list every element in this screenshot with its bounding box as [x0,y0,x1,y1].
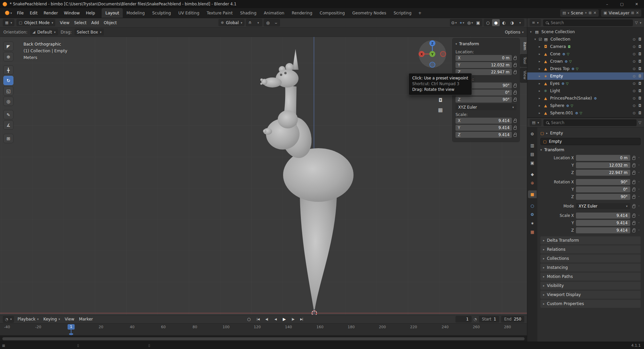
disable-render-icon[interactable]: ◘ [638,45,641,49]
timeline-menu-item[interactable]: View [62,316,76,323]
object-name[interactable]: Camera [550,44,566,49]
xray-toggle[interactable]: ▣ [474,19,482,26]
properties-tab[interactable]: ▦ [528,228,537,236]
collection-checkbox[interactable]: ☑ [539,37,542,42]
value-field[interactable]: 90° [576,179,630,185]
playback-button[interactable]: ◀| [263,316,271,323]
workspace-tab[interactable]: Texture Paint [203,8,236,18]
disable-render-icon[interactable]: ◘ [638,59,641,64]
transform-panel-header[interactable]: ▾ Transform [455,41,517,47]
lock-icon[interactable] [514,127,517,130]
tool-button[interactable]: ∡ [3,120,13,130]
animate-dot-icon[interactable]: · [637,213,641,218]
pin-icon[interactable]: ⌖ [585,11,587,15]
object-name[interactable]: Light [550,89,560,93]
value-field[interactable]: 9.414 [576,213,630,219]
object-name[interactable]: Collection [550,37,570,42]
new-view-layer-icon[interactable]: ⊞ [631,11,634,15]
object-name[interactable]: Sphere [550,103,564,108]
viewport-menu-item[interactable]: Add [89,19,101,26]
viewport-canvas[interactable]: Back Orthographic(1) Collection | EmptyM… [0,37,527,315]
disable-render-icon[interactable]: ◘ [638,37,641,42]
timeline-editor-type-button[interactable]: ◔ ▾ [3,316,14,323]
hide-eye-icon[interactable]: ⊙ [633,37,636,42]
workspace-tab[interactable]: Layout [102,8,123,18]
expand-icon[interactable]: ▾ [529,30,533,34]
playback-button[interactable]: ◀ [271,316,280,323]
expand-icon[interactable]: ▾ [533,38,537,41]
visibility-dropdown[interactable]: ⊙▾ [450,19,458,26]
scene-selector[interactable]: ▤ ▾ Scene ⌖ ⊞ ✕ [560,9,599,17]
filter-icon[interactable]: ▽ [635,20,638,25]
object-name[interactable]: Scene Collection [541,30,575,34]
search-input[interactable] [551,20,630,25]
auto-keying-toggle[interactable]: ○ [245,316,253,323]
animate-dot-icon[interactable]: · [637,180,641,184]
expand-icon[interactable]: ▸ [537,67,542,70]
collapsed-section[interactable]: ▸ Instancing [540,264,641,272]
expand-icon[interactable]: ▸ [537,52,542,56]
expand-icon[interactable]: ▸ [537,89,542,93]
outliner-row[interactable]: ▸ ∗ Empty ⊙ ◘ [527,72,644,80]
properties-tab[interactable]: ■ [528,190,537,198]
disable-render-icon[interactable]: ◘ [638,89,641,93]
menu-item[interactable]: Edit [27,9,40,17]
toggle-ortho-icon[interactable]: ▦ [438,107,443,113]
outliner-row[interactable]: ▸ ◘ Camera ◘ ⊙ ◘ [527,43,644,50]
tool-button[interactable]: ✎ [3,110,13,119]
disable-render-icon[interactable]: ◘ [638,52,641,56]
rotation-value-field[interactable]: Z90° [455,97,512,103]
new-scene-icon[interactable]: ⊞ [589,11,592,15]
collapsed-section[interactable]: ▸ Collections [540,254,641,263]
workspace-tab[interactable]: Animation [260,8,288,18]
tool-button[interactable]: ↻ [3,76,13,85]
workspace-tab[interactable]: Rendering [288,8,316,18]
lock-icon[interactable] [514,92,517,95]
viewport-menu-item[interactable]: Select [72,19,89,26]
lock-icon[interactable] [632,206,635,208]
outliner-row[interactable]: ▸ ▲ Eyes ⚙ ▽ ⊙ ◘ [527,80,644,87]
timeline-menu-item[interactable]: Marker [77,316,95,323]
scale-value-field[interactable]: Z9.414 [455,132,512,138]
expand-icon[interactable]: ▸ [537,104,542,107]
tool-button[interactable]: ╋ [3,65,13,75]
hide-eye-icon[interactable]: ⊙ [633,45,636,49]
hide-eye-icon[interactable]: ⊙ [633,74,636,78]
close-button[interactable]: ✕ [629,0,644,8]
outliner-row[interactable]: ▸ ☼ Light ⊙ ◘ [527,87,644,95]
expand-icon[interactable]: ▸ [537,82,542,85]
animate-dot-icon[interactable]: · [637,187,641,192]
collapsed-section[interactable]: ▸ Visibility [540,282,641,290]
workspace-tab[interactable]: Shading [236,8,260,18]
lock-icon[interactable] [514,64,517,67]
disable-render-icon[interactable]: ◘ [638,67,641,71]
hide-eye-icon[interactable]: ⊙ [633,111,636,115]
lock-icon[interactable] [632,172,635,175]
view-layer-selector[interactable]: ▣ ViewLayer ⊞ ✕ [601,9,641,17]
properties-editor-type-button[interactable]: ▤ ▾ [530,119,541,126]
lock-icon[interactable] [632,196,635,199]
properties-tab[interactable]: ⊕ [528,179,537,187]
timeline-menu-item[interactable]: Playback▾ [15,316,41,323]
lock-icon[interactable] [632,165,635,167]
tool-button[interactable]: ⊞ [3,134,13,143]
clock-icon[interactable]: ◔ [474,317,477,322]
disable-render-icon[interactable]: ◘ [638,96,641,101]
properties-tab[interactable]: ○ [528,202,537,210]
animate-dot-icon[interactable]: · [637,194,641,199]
collapsed-section[interactable]: ▸ Relations [540,245,641,253]
hide-eye-icon[interactable]: ⊙ [633,67,636,71]
outliner-row[interactable]: ▸ ▲ PrincesPeach(Snake) ⚙ ⊙ ◘ [527,95,644,102]
sidebar-tab[interactable]: Tool [520,54,527,67]
collapsed-section[interactable]: ▸ Viewport Display [540,291,641,299]
proportional-edit-icon[interactable]: ◎ [264,19,272,26]
falloff-icon[interactable]: ⌣ [272,19,280,26]
properties-tab[interactable]: ∗ [528,219,537,227]
end-frame-field[interactable]: End250 [501,316,524,323]
properties-tab[interactable]: ▤ [528,150,537,158]
lock-icon[interactable] [514,99,517,102]
animate-dot-icon[interactable]: · [637,221,641,225]
sidebar-tab[interactable]: Item [520,39,527,53]
shading-rendered-button[interactable]: ◑ [508,19,516,26]
navigation-gizmo[interactable]: Z X Y [418,40,447,68]
